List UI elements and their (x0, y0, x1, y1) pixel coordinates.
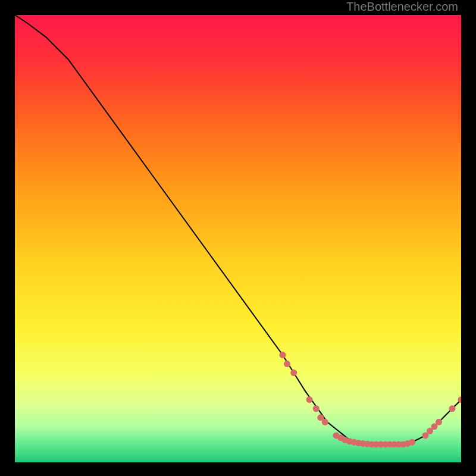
data-point (449, 405, 456, 412)
data-point (409, 439, 415, 446)
gradient-background (15, 15, 461, 462)
chart-svg (15, 6, 461, 464)
data-point (313, 405, 320, 412)
data-point (290, 369, 297, 376)
data-point (306, 396, 313, 403)
data-point (322, 419, 328, 425)
data-point (284, 361, 290, 367)
data-point (280, 352, 286, 358)
watermark-text: TheBottleneсker.com (346, 0, 458, 14)
chart-area (15, 6, 461, 464)
data-point (436, 419, 442, 425)
